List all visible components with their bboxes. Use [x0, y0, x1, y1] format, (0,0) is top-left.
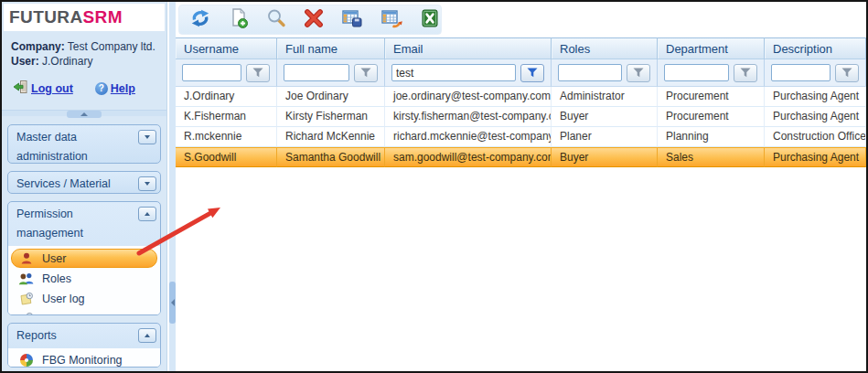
- main-content: UsernameFull nameEmailRolesDepartmentDes…: [176, 2, 866, 371]
- new-record-button[interactable]: [228, 7, 250, 32]
- panel-permission-management: Permission management User: [7, 201, 161, 314]
- table-cell: Purchasing Agent: [765, 107, 866, 127]
- logout-link[interactable]: Log out: [13, 80, 73, 98]
- log-icon: [18, 292, 34, 306]
- sidebar-item-user[interactable]: User: [11, 249, 157, 268]
- panel-header[interactable]: Permission management: [8, 202, 160, 246]
- table-cell: Administrator: [552, 87, 658, 107]
- refresh-button[interactable]: [188, 7, 212, 32]
- column-header-email[interactable]: Email: [385, 37, 552, 59]
- panel-title: Reports: [16, 326, 138, 346]
- column-header-description[interactable]: Description: [765, 37, 866, 59]
- main-vertical-splitter[interactable]: [167, 2, 176, 371]
- sidebar: FUTURA SRM Company: Test Company ltd. Us…: [2, 2, 167, 371]
- sidebar-links: Log out ? Help: [13, 80, 166, 97]
- collapse-left-icon: [171, 299, 175, 306]
- column-header-roles[interactable]: Roles: [552, 37, 658, 59]
- panel-expand-button[interactable]: [138, 130, 156, 144]
- save-table-layout-button[interactable]: [340, 7, 364, 32]
- filter-cell-department: [658, 59, 765, 87]
- table-filter-row: [176, 59, 866, 87]
- export-table-button[interactable]: [380, 7, 403, 32]
- logout-icon: [13, 80, 28, 98]
- chevron-down-icon: [145, 182, 150, 186]
- help-label[interactable]: Help: [111, 82, 135, 95]
- chevron-up-icon: [145, 212, 150, 216]
- panel-header[interactable]: Services / Material: [8, 172, 160, 194]
- table-cell: K.Fisherman: [176, 107, 277, 127]
- app-logo: FUTURA SRM: [4, 4, 165, 31]
- filter-input-username[interactable]: [182, 64, 241, 81]
- excel-export-button[interactable]: [419, 7, 441, 32]
- user-value: J.Ordinary: [42, 55, 92, 68]
- log-icon: [18, 312, 34, 315]
- filter-input-roles[interactable]: [558, 64, 622, 81]
- sidebar-item-roles[interactable]: Roles: [11, 269, 157, 288]
- sidebar-item-role-log[interactable]: Role log: [11, 309, 157, 314]
- panel-title: Master data administration: [16, 128, 138, 164]
- panel-body: User Roles: [8, 246, 160, 314]
- logout-label[interactable]: Log out: [31, 82, 73, 95]
- table-cell: J.Ordinary: [176, 87, 277, 107]
- table-cell: Samantha Goodwill: [277, 147, 385, 167]
- sidebar-item-label: User: [42, 252, 66, 265]
- panel-header[interactable]: Master data administration: [8, 125, 160, 164]
- sidebar-item-label: User log: [42, 293, 85, 305]
- column-header-username[interactable]: Username: [176, 37, 277, 59]
- table-cell: Kirsty Fisherman: [277, 107, 385, 127]
- logo-text-accent: SRM: [83, 7, 123, 27]
- table-row[interactable]: J.OrdinaryJoe Ordinaryjoe.ordinary@test-…: [176, 87, 866, 107]
- account-info: Company: Test Company ltd. User: J.Ordin…: [11, 39, 166, 69]
- splitter-collapse-handle[interactable]: [67, 111, 102, 118]
- filter-cell-email: [385, 59, 552, 87]
- chevron-up-icon: [145, 334, 150, 337]
- table-row[interactable]: K.FishermanKirsty Fishermankirsty.fisher…: [176, 107, 866, 127]
- app-window: FUTURA SRM Company: Test Company ltd. Us…: [2, 2, 866, 371]
- sidebar-item-label: Roles: [42, 272, 71, 285]
- new-record-icon: [228, 7, 250, 32]
- sidebar-item-fbg-monitoring[interactable]: FBG Monitoring: [11, 351, 157, 368]
- filter-funnel-button-department[interactable]: [734, 64, 757, 82]
- panel-master-data-administration: Master data administration: [7, 124, 161, 164]
- filter-funnel-button-roles[interactable]: [627, 64, 650, 82]
- filter-funnel-button-full-name[interactable]: [354, 64, 378, 82]
- filter-funnel-button-username[interactable]: [246, 64, 270, 82]
- sidebar-item-user-log[interactable]: User log: [11, 289, 157, 308]
- table-cell: Purchasing Agent: [765, 87, 866, 107]
- filter-cell-username: [176, 59, 277, 87]
- table-cell: Sales: [658, 147, 765, 167]
- panel-header[interactable]: Reports: [8, 324, 160, 348]
- help-link[interactable]: ? Help: [95, 82, 135, 95]
- sidebar-panels: Master data administration Services / Ma…: [2, 116, 166, 371]
- panel-title: Permission management: [16, 205, 138, 243]
- table-cell: S.Goodwill: [176, 147, 277, 167]
- filter-funnel-button-email[interactable]: [520, 64, 544, 82]
- panel-body: FBG Monitoring: [8, 348, 160, 368]
- table-cell: R.mckennie: [176, 127, 277, 147]
- panel-expand-button[interactable]: [138, 176, 156, 191]
- panel-collapse-button[interactable]: [138, 328, 156, 343]
- sidebar-collapse-handle[interactable]: [169, 282, 176, 324]
- column-header-department[interactable]: Department: [658, 37, 765, 59]
- search-button[interactable]: [265, 7, 287, 32]
- table-row[interactable]: R.mckennieRichard McKennierichard.mckenn…: [176, 127, 866, 147]
- delete-button[interactable]: [303, 7, 325, 32]
- filter-input-description[interactable]: [771, 64, 830, 81]
- table-header-row: UsernameFull nameEmailRolesDepartmentDes…: [176, 37, 866, 59]
- panel-collapse-button[interactable]: [138, 207, 156, 221]
- column-header-full-name[interactable]: Full name: [277, 37, 385, 59]
- filter-input-department[interactable]: [664, 64, 729, 81]
- filter-cell-full-name: [277, 59, 385, 87]
- table-row[interactable]: S.GoodwillSamantha Goodwillsam.goodwill@…: [176, 147, 866, 167]
- filter-input-email[interactable]: [391, 64, 516, 81]
- table-cell: Procurement: [658, 107, 765, 127]
- sidebar-horizontal-splitter[interactable]: [2, 110, 166, 116]
- table-cell: Procurement: [658, 87, 765, 107]
- table-cell: richard.mckennie@test-company.com: [385, 127, 552, 147]
- sidebar-item-label: Role log: [42, 313, 84, 315]
- filter-funnel-button-description[interactable]: [835, 64, 859, 82]
- user-line: User: J.Ordinary: [11, 54, 166, 69]
- filter-input-full-name[interactable]: [284, 64, 349, 81]
- export-table-icon: [380, 7, 403, 32]
- toolbar-strip: [176, 2, 866, 37]
